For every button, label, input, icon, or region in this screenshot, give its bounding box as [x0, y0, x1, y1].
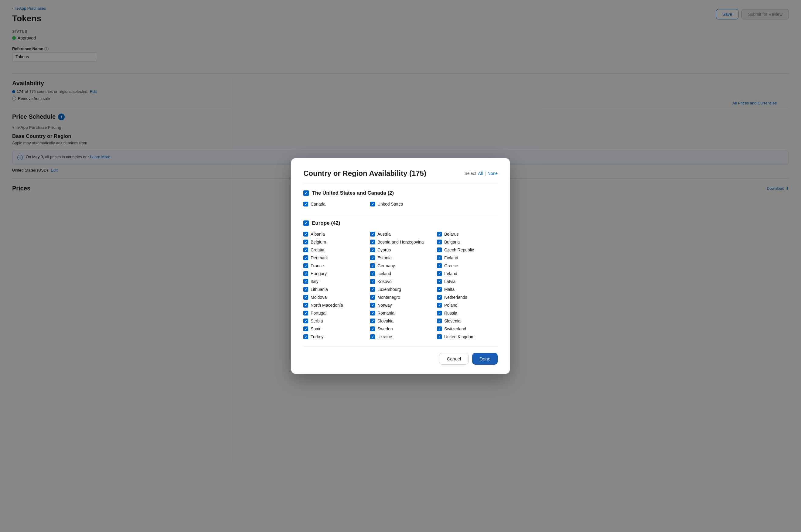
iceland-checkbox[interactable]	[370, 271, 375, 276]
list-item: Turkey	[303, 334, 364, 339]
us-canada-checkbox[interactable]	[303, 190, 309, 196]
serbia-label: Serbia	[311, 319, 323, 323]
ireland-checkbox[interactable]	[437, 271, 442, 276]
list-item: Belgium	[303, 240, 364, 244]
slovakia-checkbox[interactable]	[370, 319, 375, 323]
sweden-checkbox[interactable]	[370, 326, 375, 331]
list-item: Bosnia and Herzegovina	[370, 240, 431, 244]
europe-grid: Albania Austria Belarus Belgium Bos	[303, 232, 498, 339]
north-macedonia-checkbox[interactable]	[303, 303, 308, 308]
latvia-checkbox[interactable]	[437, 279, 442, 284]
greece-checkbox[interactable]	[437, 263, 442, 268]
list-item: Russia	[437, 311, 498, 316]
switzerland-checkbox[interactable]	[437, 326, 442, 331]
list-item: Estonia	[370, 255, 431, 260]
canada-checkbox[interactable]	[303, 202, 308, 207]
list-item: Sweden	[370, 326, 431, 331]
romania-label: Romania	[377, 311, 395, 316]
united-kingdom-checkbox[interactable]	[437, 334, 442, 339]
list-item: Switzerland	[437, 326, 498, 331]
select-links: Select All | None	[464, 171, 498, 176]
netherlands-label: Netherlands	[444, 295, 467, 300]
netherlands-checkbox[interactable]	[437, 295, 442, 300]
united-states-checkbox[interactable]	[370, 202, 375, 207]
select-none-link[interactable]: None	[488, 171, 498, 176]
modal-title: Country or Region Availability (175)	[303, 169, 426, 178]
romania-checkbox[interactable]	[370, 311, 375, 316]
list-item: Croatia	[303, 247, 364, 252]
finland-checkbox[interactable]	[437, 255, 442, 260]
modal-overlay[interactable]: Country or Region Availability (175) Sel…	[0, 0, 801, 532]
canada-label: Canada	[311, 202, 325, 207]
moldova-checkbox[interactable]	[303, 295, 308, 300]
denmark-label: Denmark	[311, 255, 328, 260]
bulgaria-label: Bulgaria	[444, 240, 460, 244]
poland-checkbox[interactable]	[437, 303, 442, 308]
switzerland-label: Switzerland	[444, 326, 466, 331]
ukraine-checkbox[interactable]	[370, 334, 375, 339]
sweden-label: Sweden	[377, 326, 393, 331]
austria-checkbox[interactable]	[370, 232, 375, 236]
europe-header: Europe (42)	[303, 220, 498, 226]
done-button[interactable]: Done	[472, 353, 498, 365]
list-item: Canada	[303, 202, 364, 207]
germany-checkbox[interactable]	[370, 263, 375, 268]
list-item: Luxembourg	[370, 287, 431, 292]
select-all-link[interactable]: All	[478, 171, 483, 176]
bulgaria-checkbox[interactable]	[437, 240, 442, 244]
bosnia-checkbox[interactable]	[370, 240, 375, 244]
malta-checkbox[interactable]	[437, 287, 442, 292]
poland-label: Poland	[444, 303, 458, 308]
spain-checkbox[interactable]	[303, 326, 308, 331]
turkey-checkbox[interactable]	[303, 334, 308, 339]
norway-label: Norway	[377, 303, 392, 308]
list-item: United States	[370, 202, 431, 207]
cancel-button[interactable]: Cancel	[439, 353, 469, 365]
list-item: Ukraine	[370, 334, 431, 339]
cyprus-checkbox[interactable]	[370, 247, 375, 252]
turkey-label: Turkey	[311, 334, 323, 339]
europe-divider	[303, 214, 498, 214]
montenegro-checkbox[interactable]	[370, 295, 375, 300]
belgium-label: Belgium	[311, 240, 326, 244]
croatia-checkbox[interactable]	[303, 247, 308, 252]
italy-checkbox[interactable]	[303, 279, 308, 284]
france-checkbox[interactable]	[303, 263, 308, 268]
slovenia-checkbox[interactable]	[437, 319, 442, 323]
list-item: Germany	[370, 263, 431, 268]
kosovo-checkbox[interactable]	[370, 279, 375, 284]
modal-footer: Cancel Done	[303, 346, 498, 365]
lithuania-checkbox[interactable]	[303, 287, 308, 292]
russia-label: Russia	[444, 311, 457, 316]
serbia-checkbox[interactable]	[303, 319, 308, 323]
north-macedonia-label: North Macedonia	[311, 303, 343, 308]
list-item: Cyprus	[370, 247, 431, 252]
list-item: Belarus	[437, 232, 498, 236]
list-item: Montenegro	[370, 295, 431, 300]
belarus-checkbox[interactable]	[437, 232, 442, 236]
belgium-checkbox[interactable]	[303, 240, 308, 244]
denmark-checkbox[interactable]	[303, 255, 308, 260]
europe-checkbox[interactable]	[303, 221, 309, 226]
albania-checkbox[interactable]	[303, 232, 308, 236]
list-item: Serbia	[303, 319, 364, 323]
norway-checkbox[interactable]	[370, 303, 375, 308]
latvia-label: Latvia	[444, 279, 455, 284]
modal-header-divider	[303, 184, 498, 184]
estonia-checkbox[interactable]	[370, 255, 375, 260]
montenegro-label: Montenegro	[377, 295, 400, 300]
russia-checkbox[interactable]	[437, 311, 442, 316]
cyprus-label: Cyprus	[377, 247, 391, 252]
list-item: Spain	[303, 326, 364, 331]
list-item: Ireland	[437, 271, 498, 276]
malta-label: Malta	[444, 287, 455, 292]
luxembourg-checkbox[interactable]	[370, 287, 375, 292]
list-item: Slovakia	[370, 319, 431, 323]
hungary-checkbox[interactable]	[303, 271, 308, 276]
list-item: Czech Republic	[437, 247, 498, 252]
portugal-checkbox[interactable]	[303, 311, 308, 316]
germany-label: Germany	[377, 263, 395, 268]
spain-label: Spain	[311, 326, 322, 331]
czech-republic-checkbox[interactable]	[437, 247, 442, 252]
europe-section: Europe (42) Albania Austria Belarus	[303, 220, 498, 339]
